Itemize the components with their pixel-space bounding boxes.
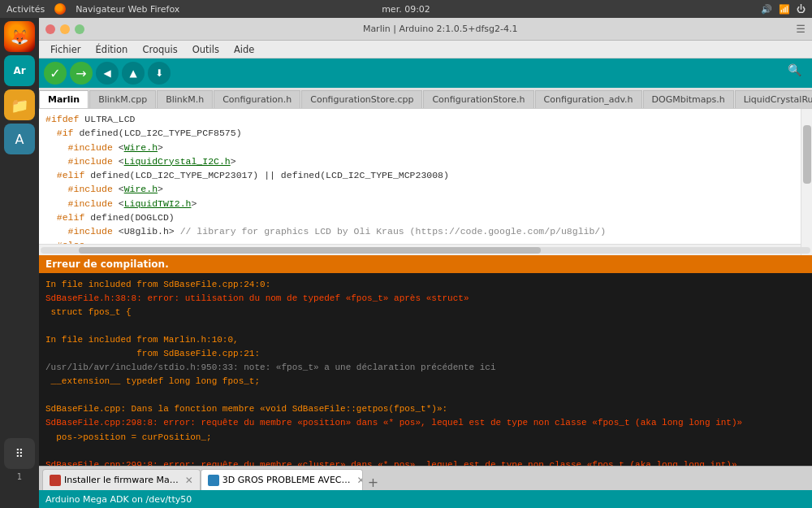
new-button[interactable]: ◀ — [96, 62, 119, 85]
code-line: #else — [45, 238, 806, 244]
arduino-toolbar: ✓ → ◀ ▲ ⬇ 🔍 — [39, 59, 812, 88]
browser-tabbar: Installer le firmware Ma… ✕ 3D GROS PROB… — [39, 466, 812, 490]
taskbar-icon-apps[interactable]: ⠿ — [4, 438, 35, 469]
window-close-button[interactable] — [45, 24, 55, 34]
tab-blinkm-h[interactable]: BlinkM.h — [157, 90, 213, 108]
console-line: SdBaseFile.h:38:8: error: utilisation du… — [45, 292, 806, 306]
error-text: Erreur de compilation. — [45, 258, 169, 270]
console-output[interactable]: In file included from SdBaseFile.cpp:24:… — [39, 273, 812, 466]
tab-close-forum[interactable]: ✕ — [357, 475, 363, 486]
tab-close-marlin[interactable]: ✕ — [185, 475, 193, 486]
new-tab-button[interactable]: + — [363, 475, 383, 490]
tab-marlin[interactable]: Marlin — [39, 90, 89, 108]
verify-button[interactable]: ✓ — [44, 62, 67, 85]
vscroll-thumb[interactable] — [803, 125, 811, 184]
tab-configuration-h[interactable]: Configuration.h — [214, 90, 300, 108]
taskbar-number: 1 — [17, 472, 22, 481]
firefox-menubar: Fichier Édition Croquis Outils Aide — [39, 41, 812, 59]
console-line — [45, 319, 806, 333]
system-bar: Activités Navigateur Web Firefox mer. 09… — [0, 0, 812, 18]
save-button[interactable]: ⬇ — [148, 62, 171, 85]
console-line: SdBaseFile.cpp: Dans la fonction membre … — [45, 402, 806, 416]
code-content[interactable]: #ifdef ULTRA_LCD #if defined(LCD_I2C_TYP… — [39, 109, 812, 244]
system-time: mer. 09:02 — [382, 4, 430, 15]
console-line — [45, 445, 806, 458]
upload-button[interactable]: → — [70, 62, 93, 85]
code-line: #include <Wire.h> — [45, 141, 806, 154]
tab-configstore-h[interactable]: ConfigurationStore.h — [423, 90, 533, 108]
activities-button[interactable]: Activités — [6, 4, 45, 15]
menu-edition[interactable]: Édition — [89, 42, 135, 57]
code-editor[interactable]: #ifdef ULTRA_LCD #if defined(LCD_I2C_TYP… — [39, 109, 812, 255]
console-line: In file included from Marlin.h:10:0, — [45, 333, 806, 347]
code-line: #include <Wire.h> — [45, 182, 806, 196]
taskbar-icon-files[interactable]: 📁 — [4, 89, 35, 120]
compilation-error-bar: Erreur de compilation. — [39, 255, 812, 273]
code-line: #include <U8glib.h> // library for graph… — [45, 224, 806, 238]
taskbar-icon-text[interactable]: A — [4, 124, 35, 154]
status-bar: Arduino Mega ADK on /dev/tty50 — [39, 490, 812, 508]
firefox-icon — [54, 3, 66, 15]
tab-blinkm-cpp[interactable]: BlinkM.cpp — [89, 90, 156, 108]
taskbar: 🦊 Ar 📁 A ⠿ 1 — [0, 18, 39, 488]
taskbar-icon-firefox[interactable]: 🦊 — [4, 21, 35, 52]
console-line: SdBaseFile.cpp:298:8: error: requête du … — [45, 416, 806, 430]
network-icon[interactable]: 📶 — [779, 4, 790, 15]
console-line: SdBaseFile.cpp:299:8: error: requête du … — [45, 458, 806, 466]
window-menu-icon[interactable]: ☰ — [796, 23, 806, 35]
app-name: Navigateur Web Firefox — [76, 4, 179, 15]
window-minimize-button[interactable] — [60, 24, 70, 34]
tab-configstore-cpp[interactable]: ConfigurationStore.cpp — [301, 90, 422, 108]
code-line: #elif defined(LCD_I2C_TYPE_MCP23017) || … — [45, 168, 806, 182]
browser-tab-marlin[interactable]: Installer le firmware Ma… ✕ — [42, 469, 201, 490]
code-line: #include <LiquidTWI2.h> — [45, 197, 806, 211]
console-line: In file included from SdBaseFile.cpp:24:… — [45, 278, 806, 292]
tab-config-adv[interactable]: Configuration_adv.h — [535, 90, 642, 108]
menu-fichier[interactable]: Fichier — [44, 42, 88, 57]
console-line: struct fpos_t { — [45, 306, 806, 319]
menu-outils[interactable]: Outils — [186, 42, 226, 57]
console-line: __extension__ typedef long long fpos_t; — [45, 375, 806, 389]
taskbar-icon-arduino[interactable]: Ar — [4, 55, 35, 86]
firefox-titlebar: Marlin | Arduino 2:1.0.5+dfsg2-4.1 ☰ — [39, 18, 812, 41]
browser-tab-label-forum: 3D GROS PROBLEME AVEC… — [222, 475, 351, 485]
hscroll-track[interactable] — [41, 247, 810, 254]
console-line — [45, 389, 806, 402]
main-content: Marlin | Arduino 2:1.0.5+dfsg2-4.1 ☰ Fic… — [39, 18, 812, 508]
sound-icon[interactable]: 🔊 — [761, 4, 772, 15]
window-maximize-button[interactable] — [75, 24, 84, 34]
console-line: /usr/lib/avr/include/stdio.h:950:33: not… — [45, 361, 806, 375]
editor-hscroll[interactable] — [39, 244, 812, 255]
window-title: Marlin | Arduino 2:1.0.5+dfsg2-4.1 — [89, 24, 791, 34]
power-icon[interactable]: ⏻ — [797, 4, 806, 15]
arduino-ide: ✓ → ◀ ▲ ⬇ 🔍 Marlin BlinkM.cpp BlinkM.h C… — [39, 59, 812, 466]
menu-croquis[interactable]: Croquis — [136, 42, 184, 57]
browser-tab-label-marlin: Installer le firmware Ma… — [64, 475, 179, 485]
tab-favicon-forum — [208, 475, 219, 486]
open-button[interactable]: ▲ — [122, 62, 145, 85]
status-text: Arduino Mega ADK on /dev/tty50 — [45, 494, 192, 505]
console-line: from SdBaseFile.cpp:21: — [45, 347, 806, 361]
code-line: #include <LiquidCrystal_I2C.h> — [45, 154, 806, 168]
hscroll-thumb[interactable] — [79, 247, 541, 254]
code-line: #ifdef ULTRA_LCD — [45, 112, 806, 126]
menu-aide[interactable]: Aide — [227, 42, 261, 57]
code-line: #elif defined(DOGLCD) — [45, 211, 806, 224]
search-button[interactable]: 🔍 — [788, 63, 807, 83]
console-line: pos->position = curPosition_; — [45, 431, 806, 445]
tabs-area: Marlin BlinkM.cpp BlinkM.h Configuration… — [39, 88, 812, 109]
code-line: #if defined(LCD_I2C_TYPE_PCF8575) — [45, 126, 806, 140]
tab-favicon-marlin — [50, 475, 61, 486]
tab-dogmbitmaps[interactable]: DOGMbitmaps.h — [643, 90, 734, 108]
browser-tab-forum[interactable]: 3D GROS PROBLEME AVEC… ✕ — [201, 469, 363, 490]
editor-vscroll[interactable] — [801, 109, 812, 255]
tab-liquidcrystal-cpp[interactable]: LiquidCrystalRus.cpp — [735, 90, 812, 108]
